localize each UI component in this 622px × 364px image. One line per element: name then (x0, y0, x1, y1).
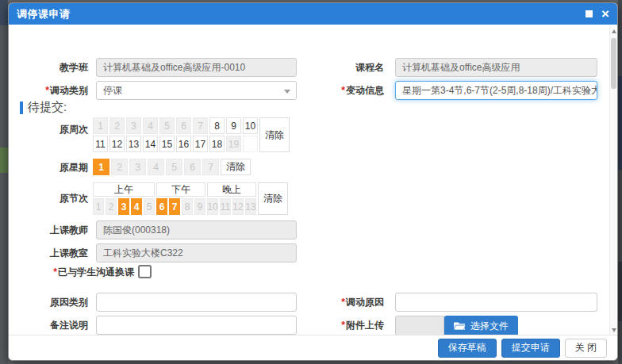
change-info-select[interactable]: 星期一第3-4节,6-7节(2-5周,8-18周)/工科实验大楼C3... (395, 81, 597, 100)
grid-cell-8: 8 (182, 198, 193, 215)
grid-cell-15[interactable]: 15 (159, 136, 175, 152)
teaching-class-field (96, 58, 297, 77)
grid-cell-5: 5 (159, 117, 175, 134)
remark-label: 备注说明 (9, 316, 88, 335)
adjust-type-label: *调动类别 (9, 81, 88, 100)
teacher-field (96, 220, 297, 239)
grid-cell-1[interactable]: 1 (93, 159, 109, 175)
grid-cell-12[interactable]: 12 (109, 136, 125, 152)
adjust-type-select[interactable]: 停课 (96, 81, 297, 100)
grid-cell-6: 6 (176, 117, 191, 134)
communicated-checkbox[interactable] (138, 265, 152, 278)
dialog-body: 教学班 课程名 *调动类别 停课 *变动信息 星期一第3-4节,6-7节(2-5… (9, 25, 617, 335)
adjust-reason-label: *调动原因 (305, 293, 384, 312)
grid-cell-2: 2 (111, 159, 128, 175)
grid-cell-10: 10 (207, 198, 218, 215)
choose-file-label: 选择文件 (470, 320, 509, 333)
background-page (0, 148, 8, 173)
communicated-label: *已与学生沟通换课 (9, 262, 134, 282)
change-info-label: *变动信息 (305, 81, 384, 100)
orig-weekday-label: 原星期 (9, 158, 88, 177)
close-button[interactable]: 关 闭 (565, 339, 607, 358)
period-group-header: 下午 (156, 182, 205, 197)
grid-cell-3: 3 (129, 159, 146, 175)
close-icon[interactable]: × (601, 9, 609, 20)
scroll-down-icon[interactable] (612, 328, 616, 332)
background-page (0, 0, 8, 25)
grid-cell-13[interactable]: 13 (126, 136, 141, 152)
remark-input[interactable] (96, 316, 297, 335)
periods-clear-button[interactable]: 清除 (258, 182, 288, 215)
chevron-down-icon (585, 90, 591, 94)
attachment-file-display (395, 316, 444, 336)
attachment-label: *附件上传 (305, 316, 384, 335)
reason-type-label: 原因类别 (9, 293, 88, 312)
pending-section-header: 待提交: (20, 100, 67, 115)
course-name-field (395, 58, 597, 77)
grid-cell-2: 2 (109, 117, 125, 134)
orig-weekday-grid: 1234567 清除 (93, 159, 251, 175)
dialog-title: 调停课申请 (17, 7, 71, 21)
grid-cell-17[interactable]: 17 (193, 136, 208, 152)
course-name-label: 课程名 (305, 58, 384, 77)
teacher-label: 上课教师 (9, 220, 88, 239)
grid-cell-12: 12 (232, 198, 244, 215)
grid-cell-7: 7 (202, 159, 219, 175)
folder-icon (454, 321, 466, 331)
weekday-clear-button[interactable]: 清除 (221, 159, 251, 175)
grid-cell-3[interactable]: 3 (118, 198, 129, 215)
grid-cell-9: 9 (194, 198, 205, 215)
grid-cell-11: 11 (220, 198, 231, 215)
section-accent-bar (20, 102, 23, 114)
period-group-header: 上午 (93, 182, 155, 197)
grid-cell-19: 19 (226, 136, 241, 152)
grid-cell-5: 5 (166, 159, 182, 175)
section-title: 待提交: (28, 100, 67, 115)
background-page (0, 0, 8, 364)
grid-cell-empty (243, 136, 258, 152)
grid-cell-4: 4 (148, 159, 164, 175)
adjust-class-dialog: 调停课申请 × 教学班 课程名 *调动类别 停课 *变动信息 星期一第3-4节,… (8, 2, 618, 361)
grid-cell-11[interactable]: 11 (93, 136, 108, 152)
grid-cell-1: 1 (93, 117, 108, 134)
grid-cell-7[interactable]: 7 (169, 198, 180, 215)
reason-type-input[interactable] (96, 293, 297, 312)
submit-button[interactable]: 提交申请 (501, 339, 560, 358)
scroll-up-icon[interactable] (612, 29, 616, 33)
change-info-value: 星期一第3-4节,6-7节(2-5周,8-18周)/工科实验大楼C3... (402, 84, 597, 98)
orig-periods-grid: 上午下午晚上12345678910111213 清除 (93, 182, 288, 215)
grid-cell-8[interactable]: 8 (209, 117, 225, 134)
dialog-footer: 保存草稿 提交申请 关 闭 (9, 335, 617, 360)
grid-cell-5: 5 (144, 198, 155, 215)
minimize-icon[interactable] (586, 10, 593, 17)
weeks-clear-button[interactable]: 清除 (259, 117, 290, 152)
dialog-titlebar: 调停课申请 × (9, 3, 617, 25)
adjust-reason-input[interactable] (395, 293, 597, 312)
grid-cell-14[interactable]: 14 (143, 136, 158, 152)
orig-weeks-grid: 12345678910111213141516171819 清除 (93, 117, 290, 152)
grid-cell-10[interactable]: 10 (243, 117, 258, 134)
choose-file-button[interactable]: 选择文件 (444, 316, 518, 336)
grid-cell-16[interactable]: 16 (176, 136, 191, 152)
orig-weeks-label: 原周次 (9, 120, 88, 139)
grid-cell-6: 6 (184, 159, 201, 175)
background-page (618, 76, 622, 170)
grid-cell-18[interactable]: 18 (209, 136, 225, 152)
grid-cell-13: 13 (245, 198, 256, 215)
background-page (618, 262, 622, 321)
grid-cell-3: 3 (126, 117, 141, 134)
scrollbar-thumb[interactable] (611, 38, 616, 89)
grid-cell-1: 1 (93, 198, 104, 215)
grid-cell-7: 7 (193, 117, 208, 134)
orig-periods-label: 原节次 (9, 189, 88, 208)
grid-cell-4[interactable]: 4 (131, 198, 142, 215)
save-draft-button[interactable]: 保存草稿 (438, 339, 497, 358)
teaching-class-label: 教学班 (9, 58, 88, 77)
grid-cell-2: 2 (106, 198, 117, 215)
grid-cell-4: 4 (143, 117, 158, 134)
period-group-header: 晚上 (207, 182, 256, 197)
classroom-label: 上课教室 (9, 243, 88, 262)
grid-cell-6[interactable]: 6 (156, 198, 167, 215)
vertical-scrollbar[interactable] (609, 25, 617, 336)
grid-cell-9[interactable]: 9 (226, 117, 241, 134)
